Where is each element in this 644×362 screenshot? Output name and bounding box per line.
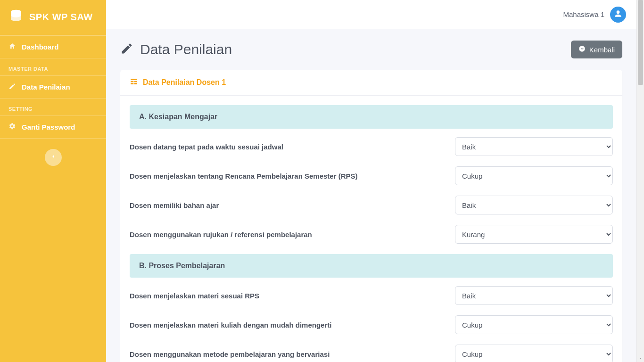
form-row: Dosen menjelaskan materi kuliah dengan m… bbox=[130, 315, 613, 334]
section-banner: B. Proses Pembelajaran bbox=[130, 254, 613, 278]
chevron-down-icon bbox=[638, 354, 643, 362]
card-title: Data Penilaian Dosen 1 bbox=[143, 78, 226, 87]
form-control-wrap: BaikCukupKurang bbox=[455, 137, 613, 156]
form-row: Dosen menggunakan metode pembelajaran ya… bbox=[130, 345, 613, 362]
rating-select[interactable]: BaikCukupKurang bbox=[455, 345, 613, 362]
form-label: Dosen menggunakan rujukan / referensi pe… bbox=[130, 230, 444, 239]
rating-select[interactable]: BaikCukupKurang bbox=[455, 166, 613, 185]
page-header: Data Penilaian Kembali bbox=[120, 41, 622, 58]
gear-icon bbox=[8, 123, 16, 132]
sidebar-collapse-wrap bbox=[0, 139, 106, 166]
form-label: Dosen datang tepat pada waktu sesuai jad… bbox=[130, 142, 444, 152]
form-label: Dosen menjelaskan materi sesuai RPS bbox=[130, 291, 444, 301]
chevron-left-icon bbox=[50, 153, 57, 162]
sidebar-section-setting: SETTING bbox=[0, 99, 106, 115]
edit-icon bbox=[8, 82, 16, 91]
form-control-wrap: BaikCukupKurang bbox=[455, 286, 613, 305]
rating-select[interactable]: BaikCukupKurang bbox=[455, 315, 613, 334]
arrow-left-circle-icon bbox=[578, 45, 586, 54]
sidebar-item-label: Ganti Password bbox=[22, 123, 75, 131]
database-icon bbox=[8, 8, 24, 25]
table-icon bbox=[130, 77, 138, 88]
rating-select[interactable]: BaikCukupKurang bbox=[455, 196, 613, 214]
section-banner: A. Kesiapan Mengajar bbox=[130, 105, 613, 129]
form-row: Dosen menjelaskan tentang Rencana Pembel… bbox=[130, 166, 613, 185]
form-label: Dosen menjelaskan materi kuliah dengan m… bbox=[130, 320, 444, 330]
form-control-wrap: BaikCukupKurang bbox=[455, 315, 613, 334]
sidebar-item-ganti-password[interactable]: Ganti Password bbox=[0, 115, 106, 139]
form-row: Dosen menjelaskan materi sesuai RPSBaikC… bbox=[130, 286, 613, 305]
content: Data Penilaian Kembali Data Penilaian Do… bbox=[106, 29, 636, 362]
topbar-user-name[interactable]: Mahasiswa 1 bbox=[563, 10, 604, 18]
form-row: Dosen datang tepat pada waktu sesuai jad… bbox=[130, 137, 613, 156]
page-title: Data Penilaian bbox=[140, 41, 232, 58]
form-row: Dosen menggunakan rujukan / referensi pe… bbox=[130, 225, 613, 244]
rating-select[interactable]: BaikCukupKurang bbox=[455, 286, 613, 305]
sidebar-collapse-button[interactable] bbox=[45, 149, 62, 166]
brand-title: SPK WP SAW bbox=[29, 12, 93, 23]
sidebar-item-label: Dashboard bbox=[22, 43, 58, 51]
form-row: Dosen memiliki bahan ajarBaikCukupKurang bbox=[130, 196, 613, 214]
edit-icon bbox=[120, 42, 133, 57]
browser-scrollbar[interactable] bbox=[636, 0, 644, 362]
form-label: Dosen menggunakan metode pembelajaran ya… bbox=[130, 349, 444, 359]
sidebar-item-label: Data Penilaian bbox=[22, 83, 70, 91]
main: Mahasiswa 1 Data Penilaian Kembali bbox=[106, 0, 636, 362]
form-control-wrap: BaikCukupKurang bbox=[455, 225, 613, 244]
scrollbar-thumb[interactable] bbox=[638, 0, 643, 85]
topbar: Mahasiswa 1 bbox=[106, 0, 636, 29]
card-body: A. Kesiapan MengajarDosen datang tepat p… bbox=[120, 96, 622, 362]
form-control-wrap: BaikCukupKurang bbox=[455, 166, 613, 185]
form-label: Dosen menjelaskan tentang Rencana Pembel… bbox=[130, 171, 444, 181]
sidebar-item-dashboard[interactable]: Dashboard bbox=[0, 35, 106, 58]
back-button[interactable]: Kembali bbox=[571, 41, 622, 58]
form-label: Dosen memiliki bahan ajar bbox=[130, 200, 444, 210]
sidebar-item-data-penilaian[interactable]: Data Penilaian bbox=[0, 75, 106, 99]
brand[interactable]: SPK WP SAW bbox=[0, 0, 106, 35]
card: Data Penilaian Dosen 1 A. Kesiapan Menga… bbox=[120, 70, 622, 362]
scrollbar-arrow-down[interactable] bbox=[637, 354, 644, 362]
home-icon bbox=[8, 42, 16, 51]
sidebar: SPK WP SAW Dashboard MASTER DATA Data Pe… bbox=[0, 0, 106, 362]
page-header-left: Data Penilaian bbox=[120, 41, 232, 58]
user-icon bbox=[613, 9, 623, 20]
rating-select[interactable]: BaikCukupKurang bbox=[455, 225, 613, 244]
sidebar-section-master: MASTER DATA bbox=[0, 58, 106, 75]
card-header: Data Penilaian Dosen 1 bbox=[120, 70, 622, 96]
rating-select[interactable]: BaikCukupKurang bbox=[455, 137, 613, 156]
user-avatar[interactable] bbox=[610, 7, 626, 23]
back-button-label: Kembali bbox=[589, 46, 615, 54]
form-control-wrap: BaikCukupKurang bbox=[455, 345, 613, 362]
form-control-wrap: BaikCukupKurang bbox=[455, 196, 613, 214]
